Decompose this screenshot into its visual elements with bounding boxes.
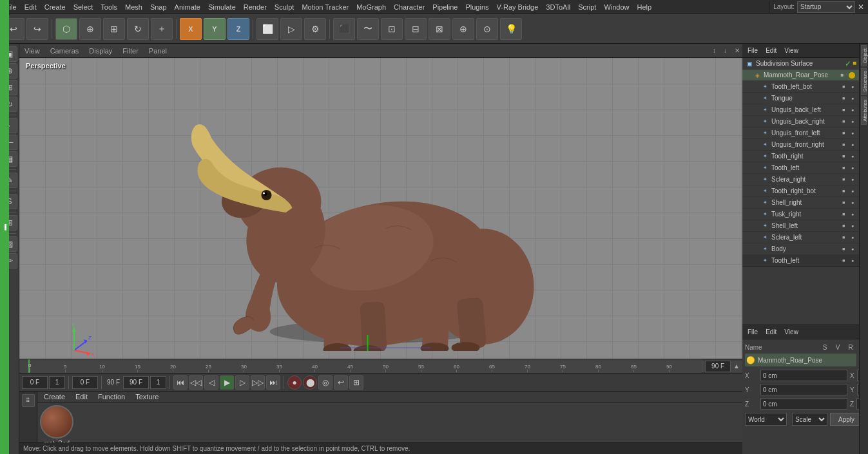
obj-item-tooth-right[interactable]: ✦ Tooth_right ■ ● <box>742 151 859 162</box>
menu-create[interactable]: Create <box>41 2 70 12</box>
redo-btn[interactable]: ↪ <box>26 18 48 40</box>
next-key-btn[interactable]: ▷▷ <box>251 375 265 390</box>
attr-world-select[interactable]: World <box>745 413 787 426</box>
auto-key-btn[interactable]: ⬤ <box>303 375 317 390</box>
menu-sculpt[interactable]: Sculpt <box>271 2 298 12</box>
obj-item-unguis-front-left[interactable]: ✦ Unguis_front_left ■ ● <box>742 128 859 139</box>
vp-icon-close[interactable]: ✕ <box>735 47 740 54</box>
menu-animate[interactable]: Animate <box>171 2 204 12</box>
first-frame-btn[interactable]: ⏮ <box>173 375 188 390</box>
obj-item-tooth-left-2[interactable]: ✦ Tooth_left ■ ● <box>742 255 859 267</box>
menu-render[interactable]: Render <box>240 2 271 12</box>
obj-header-file[interactable]: File <box>745 46 760 55</box>
mat-menu-edit[interactable]: Edit <box>72 392 92 402</box>
mat-menu-create[interactable]: Create <box>40 392 69 402</box>
obj-item-shell-right[interactable]: ✦ Shell_right ■ ● <box>742 197 859 209</box>
menu-simulate[interactable]: Simulate <box>204 2 240 12</box>
render-region-btn[interactable]: ⬜ <box>256 18 278 40</box>
obj-item-tusk-right[interactable]: ✦ Tusk_right ■ ● <box>742 209 859 220</box>
material-swatch[interactable] <box>40 405 73 439</box>
obj-item-tongue[interactable]: ✦ Tongue ■ ● <box>742 93 859 104</box>
obj-item-shell-left[interactable]: ✦ Shell_left ■ ● <box>742 220 859 232</box>
attr-x-field[interactable] <box>760 370 847 381</box>
timeline-ruler[interactable]: ▐ 0 5 10 <box>19 359 742 373</box>
step-fwd-btn[interactable]: ▷ <box>235 375 249 390</box>
frame-step-field[interactable] <box>49 376 65 389</box>
end-frame-input[interactable] <box>705 361 731 372</box>
timeline-scroll-up[interactable]: ▲ <box>733 363 740 370</box>
mat-menu-function[interactable]: Function <box>94 392 129 402</box>
attr-apply-btn[interactable]: Apply <box>830 413 859 426</box>
menu-select[interactable]: Select <box>70 2 97 12</box>
menu-edit[interactable]: Edit <box>21 2 41 12</box>
obj-item-subdivision-surface[interactable]: ▣ Subdivision Surface ✓ ■ <box>742 58 859 70</box>
move-tool-btn[interactable]: ⊕ <box>79 18 101 40</box>
obj-item-sclera-right[interactable]: ✦ Sclera_right ■ ● <box>742 174 859 185</box>
current-frame-field[interactable] <box>22 376 48 389</box>
start-frame-field[interactable] <box>72 376 98 389</box>
menu-help[interactable]: Help <box>633 2 656 12</box>
obj-item-tooth-left-bot[interactable]: ✦ Tooth_left_bot ■ ● <box>742 81 859 93</box>
obj-item-unguis-front-right[interactable]: ✦ Unguis_front_right ■ ● <box>742 139 859 151</box>
play-fwd-btn[interactable]: ▶ <box>220 375 234 390</box>
render-frame-btn[interactable]: ▷ <box>280 18 302 40</box>
menu-plugins[interactable]: Plugins <box>461 2 492 12</box>
y-indicator[interactable]: Y <box>204 18 226 40</box>
attr-header-file[interactable]: File <box>745 328 760 336</box>
menu-tools[interactable]: Tools <box>97 2 121 12</box>
rvtab-structure[interactable]: Structure <box>861 68 867 95</box>
mat-tab-drag[interactable]: ⠿ <box>22 394 35 407</box>
add-tool-btn[interactable]: ＋ <box>151 18 173 40</box>
menu-snap[interactable]: Snap <box>146 2 171 12</box>
obj-item-unguis-back-right[interactable]: ✦ Unguis_back_right ■ ● <box>742 116 859 128</box>
motion-clip-btn[interactable]: ◎ <box>318 375 333 390</box>
obj-header-edit[interactable]: Edit <box>763 46 779 55</box>
camera-btn[interactable]: ⊙ <box>476 18 498 40</box>
attr-header-edit[interactable]: Edit <box>763 328 779 336</box>
vp-icon-1[interactable]: ↕ <box>713 47 716 54</box>
scale-tool-btn[interactable]: ⊞ <box>103 18 125 40</box>
vp-tab-filter[interactable]: Filter <box>120 46 140 56</box>
fps-lock-btn[interactable]: ⊞ <box>349 375 363 390</box>
attr-z-field[interactable] <box>760 398 847 410</box>
effector-btn[interactable]: ⊕ <box>452 18 474 40</box>
select-tool-btn[interactable]: ⬡ <box>55 18 77 40</box>
menu-mesh[interactable]: Mesh <box>121 2 146 12</box>
vp-tab-panel[interactable]: Panel <box>146 46 169 56</box>
menu-3dtoall[interactable]: 3DToAll <box>542 2 574 12</box>
rotate-tool-btn[interactable]: ↻ <box>127 18 149 40</box>
light-btn[interactable]: 💡 <box>500 18 522 40</box>
end-frame-field[interactable] <box>123 376 149 389</box>
fps-field[interactable] <box>150 376 166 389</box>
menu-pipeline[interactable]: Pipeline <box>429 2 461 12</box>
spline-btn[interactable]: 〜 <box>357 18 379 40</box>
deformer-btn[interactable]: ⊟ <box>405 18 427 40</box>
attr-scale-select[interactable]: Scale <box>792 413 827 426</box>
obj-item-unguis-back-left[interactable]: ✦ Unguis_back_left ■ ● <box>742 104 859 116</box>
obj-item-mammoth[interactable]: ◈ Mammoth_Roar_Pose ■ <box>742 70 859 81</box>
mat-menu-texture[interactable]: Texture <box>131 392 162 402</box>
menu-mograph[interactable]: MoGraph <box>352 2 390 12</box>
field-btn[interactable]: ⊠ <box>429 18 450 40</box>
z-indicator[interactable]: Z <box>227 18 249 40</box>
attr-y-field[interactable] <box>760 384 847 395</box>
last-frame-btn[interactable]: ⏭ <box>266 375 280 390</box>
loop-btn[interactable]: ↩ <box>334 375 348 390</box>
menu-character[interactable]: Character <box>390 2 429 12</box>
nurbs-btn[interactable]: ⊡ <box>381 18 403 40</box>
obj-header-view[interactable]: View <box>782 46 801 55</box>
attr-header-view[interactable]: View <box>782 328 801 336</box>
vp-icon-2[interactable]: ↓ <box>724 47 727 54</box>
render-settings-btn[interactable]: ⚙ <box>304 18 326 40</box>
vp-tab-cameras[interactable]: Cameras <box>48 46 82 56</box>
rvtab-attributes[interactable]: Attributes <box>861 97 867 125</box>
menu-window[interactable]: Window <box>600 2 633 12</box>
rvtab-object[interactable]: Object <box>861 45 867 66</box>
layout-close-btn[interactable]: ✕ <box>858 3 864 12</box>
menu-vray-bridge[interactable]: V-Ray Bridge <box>493 2 543 12</box>
vp-tab-view[interactable]: View <box>22 46 43 56</box>
cube-btn[interactable]: ⬛ <box>333 18 355 40</box>
layout-select[interactable]: Startup <box>797 1 855 13</box>
attr-selected-item[interactable]: 🟡 Mammoth_Roar_Pose <box>745 354 856 366</box>
obj-item-tooth-right-bot[interactable]: ✦ Tooth_right_bot ■ ● <box>742 185 859 197</box>
